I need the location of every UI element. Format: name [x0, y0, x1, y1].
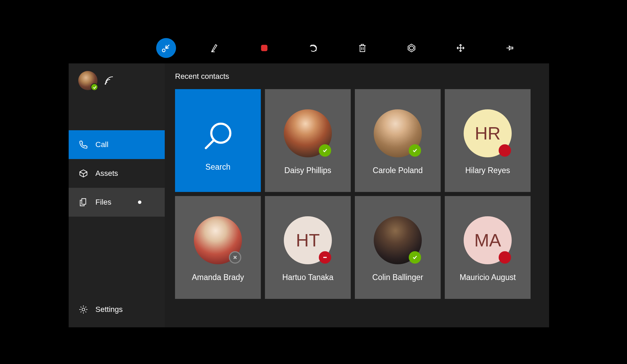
nav-item-files[interactable]: Files	[69, 188, 165, 217]
tile-label: Search	[206, 162, 231, 172]
pin-button[interactable]	[500, 38, 520, 58]
nav-label: Files	[95, 198, 111, 207]
status-available-icon	[319, 144, 331, 157]
box-icon	[78, 169, 89, 178]
page-title: Recent contacts	[175, 72, 539, 81]
search-icon	[202, 120, 234, 152]
stop-record-button[interactable]	[254, 38, 274, 58]
status-busy-icon	[499, 144, 511, 157]
status-busy-icon	[499, 251, 511, 264]
toolbar	[69, 34, 549, 62]
notification-badge	[138, 201, 141, 204]
contact-avatar: MA	[464, 216, 512, 264]
undo-button[interactable]	[303, 38, 323, 58]
svg-point-0	[162, 49, 165, 52]
hexagon-icon	[406, 43, 417, 53]
contact-avatar: HR	[464, 109, 512, 157]
phone-icon	[78, 140, 89, 149]
hololens-button[interactable]	[402, 38, 421, 58]
undo-icon	[309, 43, 318, 53]
nav-label: Call	[95, 140, 108, 149]
tile-label: Hilary Reyes	[465, 166, 510, 175]
sidebar-header	[69, 63, 165, 98]
pen-icon	[210, 43, 220, 53]
pin-icon	[505, 43, 514, 53]
check-icon	[92, 85, 97, 90]
initials-text: HT	[296, 230, 320, 251]
user-avatar[interactable]	[78, 71, 97, 90]
nav-item-assets[interactable]: Assets	[69, 159, 165, 188]
nav-label: Assets	[95, 169, 118, 178]
pen-button[interactable]	[205, 38, 225, 58]
contact-avatar	[194, 216, 242, 264]
main-panel: Recent contacts Search Daisy Phillips	[165, 63, 549, 327]
status-available-icon	[409, 144, 421, 157]
stop-icon	[259, 43, 269, 53]
tile-label: Carole Poland	[373, 166, 423, 175]
contact-tile[interactable]: Colin Ballinger	[355, 196, 441, 299]
sidebar-footer: Settings	[69, 295, 165, 327]
collapse-icon	[161, 43, 171, 53]
files-icon	[78, 197, 89, 207]
contacts-grid: Search Daisy Phillips Carole Poland	[175, 89, 539, 299]
nav-item-call[interactable]: Call	[69, 130, 165, 159]
sidebar-nav: Call Assets Files	[69, 130, 165, 295]
tile-label: Daisy Phillips	[285, 166, 332, 175]
svg-point-2	[105, 83, 106, 85]
gear-icon	[78, 305, 89, 314]
contact-tile[interactable]: Daisy Phillips	[265, 89, 351, 192]
move-icon	[456, 43, 465, 53]
contact-tile[interactable]: Carole Poland	[355, 89, 441, 192]
collapse-button[interactable]	[156, 38, 176, 58]
search-tile[interactable]: Search	[175, 89, 261, 192]
contact-avatar	[374, 109, 422, 157]
initials-text: MA	[474, 230, 501, 251]
contact-avatar	[374, 216, 422, 264]
contact-tile[interactable]: MA Mauricio August	[445, 196, 531, 299]
trash-icon	[358, 43, 367, 53]
tile-label: Colin Ballinger	[372, 273, 423, 282]
svg-point-3	[82, 308, 85, 311]
contact-tile[interactable]: HR Hilary Reyes	[445, 89, 531, 192]
status-offline-icon	[229, 251, 241, 264]
status-available-icon	[409, 251, 421, 264]
contact-tile[interactable]: Amanda Brady	[175, 196, 261, 299]
contact-tile[interactable]: HT Hartuo Tanaka	[265, 196, 351, 299]
nav-label: Settings	[95, 305, 123, 314]
tile-label: Amanda Brady	[192, 273, 244, 282]
tile-label: Hartuo Tanaka	[282, 273, 333, 282]
initials-text: HR	[475, 123, 500, 144]
svg-rect-1	[261, 45, 268, 51]
contact-avatar	[284, 109, 332, 157]
delete-button[interactable]	[352, 38, 372, 58]
status-busy-icon	[319, 251, 331, 264]
tile-label: Mauricio August	[460, 273, 516, 282]
nav-item-settings[interactable]: Settings	[69, 295, 165, 324]
contact-avatar: HT	[284, 216, 332, 264]
wifi-icon	[104, 76, 115, 85]
app-window: Call Assets Files	[69, 63, 549, 327]
sidebar: Call Assets Files	[69, 63, 165, 327]
move-button[interactable]	[451, 38, 471, 58]
